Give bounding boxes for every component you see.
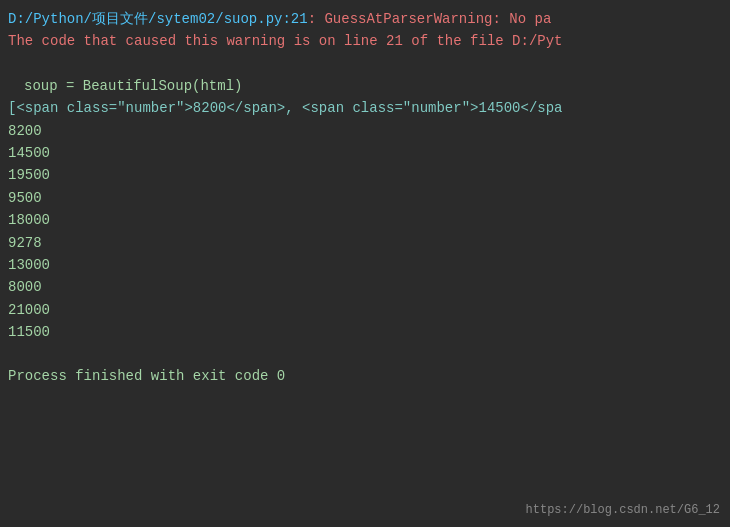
code-line: soup = BeautifulSoup(html) <box>0 75 730 97</box>
number-8200: 8200 <box>0 120 730 142</box>
warning-message: : GuessAtParserWarning: No pa <box>308 11 552 27</box>
warning-line-2: The code that caused this warning is on … <box>0 30 730 52</box>
watermark: https://blog.csdn.net/G6_12 <box>526 503 720 517</box>
number-8000: 8000 <box>0 276 730 298</box>
number-18000: 18000 <box>0 209 730 231</box>
empty-line-1 <box>0 53 730 75</box>
file-path: D:/Python/项目文件/sytem02/suop.py:21 <box>8 11 308 27</box>
terminal-window: D:/Python/项目文件/sytem02/suop.py:21: Guess… <box>0 0 730 527</box>
finish-line: Process finished with exit code 0 <box>0 365 730 387</box>
number-19500: 19500 <box>0 164 730 186</box>
number-13000: 13000 <box>0 254 730 276</box>
warning-line-1: D:/Python/项目文件/sytem02/suop.py:21: Guess… <box>0 8 730 30</box>
number-21000: 21000 <box>0 299 730 321</box>
number-9278: 9278 <box>0 232 730 254</box>
number-9500: 9500 <box>0 187 730 209</box>
number-14500: 14500 <box>0 142 730 164</box>
empty-line-2 <box>0 343 730 365</box>
number-11500: 11500 <box>0 321 730 343</box>
html-output-line: [<span class="number">8200</span>, <span… <box>0 97 730 119</box>
